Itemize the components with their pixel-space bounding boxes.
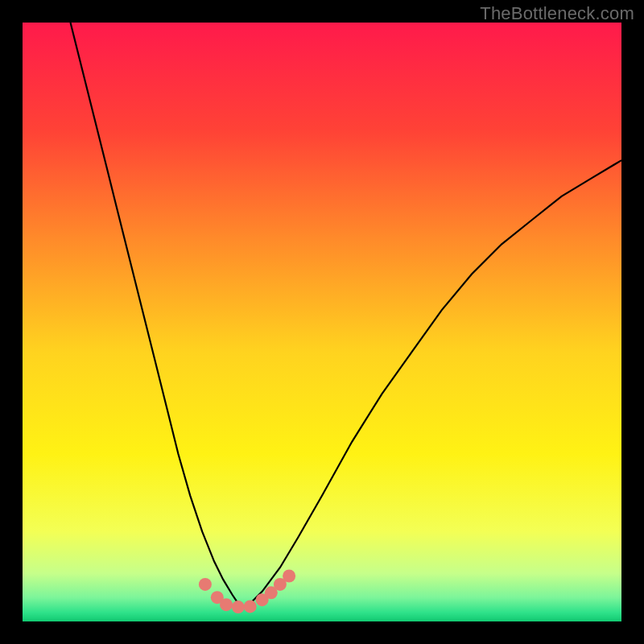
plot-background (23, 23, 621, 621)
watermark-text: TheBottleneck.com (480, 3, 634, 24)
chart-frame: TheBottleneck.com (0, 0, 644, 644)
marker-point (220, 598, 233, 611)
bottleneck-chart (0, 0, 644, 644)
marker-point (232, 601, 245, 613)
marker-point (199, 578, 212, 591)
marker-point (244, 600, 257, 613)
marker-point (283, 570, 295, 583)
